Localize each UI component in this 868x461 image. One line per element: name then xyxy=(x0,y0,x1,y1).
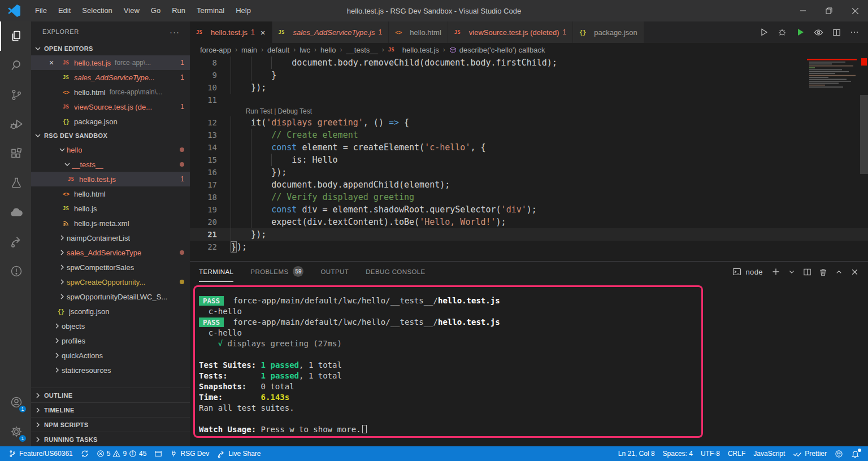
panel-tab-debug-console[interactable]: DEBUG CONSOLE xyxy=(366,262,426,282)
activity-settings[interactable]: 1 xyxy=(0,417,31,446)
panel-tab-terminal[interactable]: TERMINAL xyxy=(199,262,233,282)
panel-tab-output[interactable]: OUTPUT xyxy=(320,262,349,282)
tree-item-hello.html[interactable]: <>hello.html xyxy=(31,186,190,201)
maximize-panel-button[interactable] xyxy=(835,268,843,276)
menu-terminal[interactable]: Terminal xyxy=(191,0,230,21)
open-editor-package.json[interactable]: {}package.json xyxy=(31,114,190,129)
section-npm-scripts[interactable]: NPM SCRIPTS xyxy=(31,417,190,432)
more-actions-icon[interactable]: ··· xyxy=(170,27,180,37)
close-button[interactable] xyxy=(842,0,868,21)
breadcrumb-default[interactable]: default xyxy=(267,46,289,54)
status-sync[interactable] xyxy=(77,446,93,461)
more-actions-button[interactable] xyxy=(850,28,859,37)
activity-test[interactable] xyxy=(0,168,31,198)
breadcrumb-hello.test.js[interactable]: JShello.test.js xyxy=(388,46,439,54)
debug-button[interactable] xyxy=(778,28,787,37)
breadcrumb-describe-c-hello-callback[interactable]: describe('c-hello') callback xyxy=(449,46,545,54)
activity-source-control[interactable] xyxy=(0,80,31,110)
editor-scrollbar[interactable] xyxy=(860,56,868,261)
menu-go[interactable]: Go xyxy=(145,0,166,21)
status-live-share[interactable]: Live Share xyxy=(213,446,264,461)
status-encoding[interactable]: UTF-8 xyxy=(697,446,724,461)
tree-item-hello[interactable]: hello xyxy=(31,142,190,157)
tree-item-spwcompetitorsales[interactable]: spwCompetitorSales xyxy=(31,260,190,275)
minimap[interactable] xyxy=(807,59,859,92)
tree-item-jsconfig.json[interactable]: {}jsconfig.json xyxy=(31,304,190,319)
project-header[interactable]: RSG DEV SANDBOX xyxy=(31,129,190,142)
tab-package.json[interactable]: {}package.json xyxy=(573,21,644,43)
open-editor-hello.html[interactable]: <>hello.htmlforce-app\main\... xyxy=(31,85,190,99)
status-formatter[interactable]: Prettier xyxy=(789,446,831,461)
preview-button[interactable] xyxy=(814,28,823,37)
status-editor-layout[interactable] xyxy=(150,446,166,461)
tab-hello.html[interactable]: <>hello.html xyxy=(389,21,448,43)
open-editors-header[interactable]: OPEN EDITORS xyxy=(31,42,190,55)
menu-selection[interactable]: Selection xyxy=(76,0,118,21)
tab-sales-addservicetype.js[interactable]: JSsales_AddServiceType.js1 xyxy=(272,21,389,43)
breadcrumb-tests[interactable]: __tests__ xyxy=(346,46,377,54)
menu-run[interactable]: Run xyxy=(166,0,191,21)
tree-item-sales-addservicetype[interactable]: sales_AddServiceType xyxy=(31,245,190,260)
tree-item-naimpcontainerlist[interactable]: naimpContainerList xyxy=(31,230,190,245)
menu-help[interactable]: Help xyxy=(230,0,257,21)
breadcrumb-main[interactable]: main xyxy=(241,46,257,54)
close-icon[interactable]: × xyxy=(49,58,63,67)
close-icon[interactable]: × xyxy=(261,28,266,37)
menu-file[interactable]: File xyxy=(29,0,53,21)
tree-item-profiles[interactable]: profiles xyxy=(31,333,190,348)
activity-org-cloud[interactable] xyxy=(0,198,31,227)
menu-edit[interactable]: Edit xyxy=(53,0,76,21)
tree-item-spwopportunitydetaillwc-s...[interactable]: spwOpportunityDetailLWC_S... xyxy=(31,289,190,304)
activity-accounts[interactable]: 1 xyxy=(0,388,31,417)
status-language-mode[interactable]: JavaScript xyxy=(749,446,789,461)
breadcrumb-lwc[interactable]: lwc xyxy=(300,46,310,54)
tree-item-hello.js-meta.xml[interactable]: hello.js-meta.xml xyxy=(31,216,190,230)
activity-run-debug[interactable] xyxy=(0,110,31,139)
tab-viewsource.test.js-deleted[interactable]: JSviewSource.test.js (deleted)1 xyxy=(448,21,573,43)
tree-item-staticresources[interactable]: staticresources xyxy=(31,363,190,377)
run-button[interactable] xyxy=(760,28,769,37)
tree-item-objects[interactable]: objects xyxy=(31,319,190,333)
codelens-run-debug-test[interactable]: Run Test | Debug Test xyxy=(190,106,868,116)
activity-explorer[interactable] xyxy=(0,21,31,51)
minimize-button[interactable] xyxy=(790,0,816,21)
code-editor[interactable]: 8document.body.removeChild(document.body… xyxy=(190,56,868,261)
status-tasks-menu[interactable] xyxy=(265,446,273,461)
new-terminal-button[interactable] xyxy=(771,267,780,276)
restore-button[interactable] xyxy=(816,0,842,21)
section-outline[interactable]: OUTLINE xyxy=(31,388,190,402)
tree-item-hello.js[interactable]: JShello.js xyxy=(31,201,190,216)
breadcrumb-hello[interactable]: hello xyxy=(320,46,336,54)
close-panel-button[interactable] xyxy=(850,268,859,276)
status-branch[interactable]: Feature/US60361 xyxy=(5,446,77,461)
status-org[interactable]: RSG Dev xyxy=(166,446,213,461)
activity-share[interactable] xyxy=(0,227,31,256)
terminal-dropdown-button[interactable] xyxy=(788,268,796,276)
tree-item-quickactions[interactable]: quickActions xyxy=(31,348,190,363)
breadcrumb-force-app[interactable]: force-app xyxy=(200,46,231,54)
status-feedback[interactable] xyxy=(831,446,847,461)
tab-hello.test.js[interactable]: JShello.test.js1× xyxy=(190,21,272,43)
tree-item-tests[interactable]: __tests__ xyxy=(31,157,190,172)
status-problems[interactable]: 5945 xyxy=(93,446,151,461)
scrollbar-thumb[interactable] xyxy=(860,95,868,174)
section-timeline[interactable]: TIMELINE xyxy=(31,402,190,417)
open-editor-viewsource.test.js-de...[interactable]: JSviewSource.test.js (de...1 xyxy=(31,99,190,114)
activity-alerts[interactable] xyxy=(0,256,31,286)
split-editor-button[interactable] xyxy=(832,28,841,37)
activity-extensions[interactable] xyxy=(0,139,31,168)
section-running-tasks[interactable]: RUNNING TASKS xyxy=(31,432,190,446)
kill-terminal-button[interactable] xyxy=(819,268,827,276)
open-editor-sales-addservicetype...[interactable]: JSsales_AddServiceType...1 xyxy=(31,70,190,85)
tree-item-spwcreateopportunity...[interactable]: spwCreateOpportunity... xyxy=(31,275,190,289)
status-notifications[interactable] xyxy=(847,446,863,461)
split-terminal-button[interactable] xyxy=(803,268,811,276)
open-editor-hello.test.js[interactable]: ×JShello.test.jsforce-app\...1 xyxy=(31,55,190,70)
activity-search[interactable] xyxy=(0,51,31,80)
status-eol[interactable]: CRLF xyxy=(724,446,749,461)
status-indentation[interactable]: Spaces: 4 xyxy=(659,446,697,461)
panel-tab-problems[interactable]: PROBLEMS59 xyxy=(250,262,303,282)
shell-select-button[interactable]: node xyxy=(732,267,764,276)
run-code-button[interactable] xyxy=(796,28,805,37)
menu-view[interactable]: View xyxy=(118,0,145,21)
